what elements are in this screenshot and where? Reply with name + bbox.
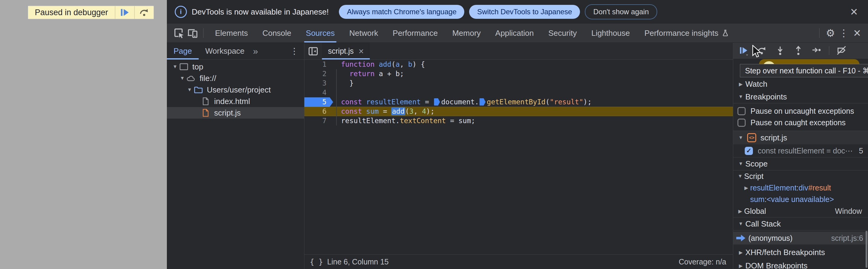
call-stack-frame[interactable]: (anonymous) script.js:6	[733, 232, 868, 244]
section-breakpoints[interactable]: ▼ Breakpoints	[733, 90, 868, 103]
tab-memory[interactable]: Memory	[445, 24, 488, 43]
tab-application[interactable]: Application	[488, 24, 541, 43]
section-xhr-breakpoints[interactable]: ▶ XHR/fetch Breakpoints	[733, 246, 868, 259]
toolbar-separator	[829, 46, 829, 55]
line-number[interactable]: 6	[304, 107, 333, 116]
step-into-button[interactable]	[774, 45, 786, 56]
code-line-1[interactable]: 1function add(a, b) {	[304, 60, 733, 69]
tab-performance-insights[interactable]: Performance insights	[637, 24, 737, 43]
notification-close-icon[interactable]: ×	[850, 5, 858, 18]
toolbar-separator	[819, 28, 819, 38]
tab-console[interactable]: Console	[255, 24, 298, 43]
navigator-menu-kebab-icon[interactable]: ⋮	[290, 46, 299, 56]
tab-network[interactable]: Network	[342, 24, 385, 43]
inline-breakpoint-marker[interactable]	[479, 98, 486, 106]
token-sel: add	[391, 107, 405, 115]
code-line-2[interactable]: 2 return a + b;	[304, 69, 733, 79]
pause-caught-exceptions-row[interactable]: Pause on caught exceptions	[733, 117, 868, 128]
chevron-down-icon[interactable]: ▼	[178, 76, 186, 81]
sidebar-scrollbar-thumb[interactable]	[866, 231, 867, 268]
checkbox-unchecked[interactable]	[738, 118, 746, 127]
tree-item-index-html[interactable]: index.html	[167, 96, 304, 107]
code-line-3[interactable]: 3 }	[304, 79, 733, 88]
step-over-button-banner[interactable]	[134, 6, 154, 19]
step-over-button[interactable]	[756, 45, 768, 56]
inline-breakpoint-marker[interactable]	[434, 98, 440, 106]
tree-item-script-js[interactable]: script.js	[167, 107, 304, 118]
deactivate-breakpoints-button[interactable]	[836, 45, 847, 56]
code-line-6[interactable]: 6const sum = add(3, 4);	[304, 107, 733, 116]
device-toolbar-icon[interactable]	[186, 26, 199, 40]
section-watch[interactable]: ▶ Watch	[733, 78, 868, 90]
close-tab-icon[interactable]: ×	[359, 46, 364, 56]
settings-gear-icon[interactable]: ⚙	[824, 26, 837, 40]
coverage-label: Coverage: n/a	[679, 258, 726, 266]
navigator-more-tabs-icon[interactable]: »	[253, 46, 258, 56]
resume-script-button[interactable]	[115, 6, 134, 19]
scope-global-group[interactable]: ▶ Global Window	[733, 205, 868, 217]
line-number[interactable]: 4	[304, 88, 333, 97]
switch-to-japanese-button[interactable]: Switch DevTools to Japanese	[469, 5, 580, 19]
dont-show-again-button[interactable]: Don't show again	[585, 4, 657, 20]
editor-tabstrip: script.js ×	[304, 43, 733, 60]
breakpoint-flag[interactable]: 5	[304, 97, 333, 107]
chevron-down-icon[interactable]: ▼	[171, 64, 179, 70]
var-value-unavailable: <value unavailable>	[767, 195, 834, 204]
line-number[interactable]: 3	[304, 79, 333, 88]
step-out-button[interactable]	[793, 45, 804, 56]
chevron-down-icon: ▼	[736, 221, 745, 226]
frame-icon	[179, 62, 189, 71]
toggle-navigator-icon[interactable]	[304, 43, 322, 59]
code-line-7[interactable]: 7resultElement.textContent = sum;	[304, 116, 733, 126]
code-lines[interactable]: 1function add(a, b) {2 return a + b;3 }4…	[304, 60, 733, 254]
tab-security[interactable]: Security	[541, 24, 584, 43]
always-match-language-button[interactable]: Always match Chrome's language	[339, 5, 464, 19]
chevron-down-icon[interactable]: ▼	[186, 87, 193, 92]
checkbox-unchecked[interactable]	[738, 107, 746, 115]
devtools-tabbar: Elements Console Sources Network Perform…	[167, 24, 868, 43]
tab-performance[interactable]: Performance	[385, 24, 445, 43]
code-text: const resultElement = document.getElemen…	[333, 97, 592, 107]
breakpoint-group-script-js[interactable]: ▼ <> script.js	[733, 131, 868, 144]
section-dom-breakpoints[interactable]: ▶ DOM Breakpoints	[733, 259, 868, 269]
checkbox-checked[interactable]: ✓	[745, 147, 753, 155]
tabbar-right-controls: ⚙ ⋮ ×	[815, 26, 864, 40]
editor-tab-script-js[interactable]: script.js ×	[322, 43, 370, 59]
tree-item-file-origin[interactable]: ▼ file://	[167, 73, 304, 84]
section-call-stack[interactable]: ▼ Call Stack	[733, 217, 868, 231]
var-sep: :	[765, 195, 767, 204]
code-text: resultElement.textContent = sum;	[333, 116, 475, 126]
pretty-print-icon[interactable]: { }	[310, 258, 323, 266]
checkbox-label: Pause on uncaught exceptions	[750, 107, 854, 115]
navigator-tab-page[interactable]: Page	[167, 43, 199, 59]
token-pl: );	[583, 98, 592, 106]
line-number[interactable]: 7	[304, 116, 333, 126]
line-number[interactable]: 2	[304, 69, 333, 79]
navigator-tab-workspace[interactable]: Workspace	[199, 43, 251, 59]
tab-elements[interactable]: Elements	[208, 24, 255, 43]
section-scope[interactable]: ▼ Scope	[733, 157, 868, 170]
step-button[interactable]	[811, 45, 822, 56]
code-line-4[interactable]: 4	[304, 88, 733, 97]
tab-sources[interactable]: Sources	[299, 24, 342, 43]
resume-script-button[interactable]	[738, 45, 750, 56]
tree-item-project-folder[interactable]: ▼ Users/user/project	[167, 84, 304, 96]
token-pl	[375, 60, 379, 68]
scope-var-sum[interactable]: sum: <value unavailable>	[733, 193, 868, 205]
line-number[interactable]: 1	[304, 60, 333, 69]
breakpoint-entry[interactable]: ✓ const resultElement = doc⋯ 5	[733, 144, 868, 157]
tab-lighthouse[interactable]: Lighthouse	[584, 24, 637, 43]
resume-icon	[120, 7, 130, 18]
tree-item-top[interactable]: ▼ top	[167, 61, 304, 73]
token-pl: document.	[441, 98, 479, 106]
devtools-menu-kebab-icon[interactable]: ⋮	[837, 26, 850, 40]
execution-pointer-icon	[736, 235, 745, 241]
inspect-element-icon[interactable]	[172, 26, 186, 40]
code-line-5[interactable]: 5const resultElement = document.getEleme…	[304, 97, 733, 107]
token-pl: ,	[400, 60, 408, 68]
token-kw: const	[341, 98, 362, 106]
scope-var-resultElement[interactable]: ▶ resultElement: div#result	[733, 182, 868, 193]
pause-uncaught-exceptions-row[interactable]: Pause on uncaught exceptions	[733, 105, 868, 117]
devtools-close-icon[interactable]: ×	[850, 26, 864, 40]
scope-script-group[interactable]: ▼ Script	[733, 170, 868, 182]
